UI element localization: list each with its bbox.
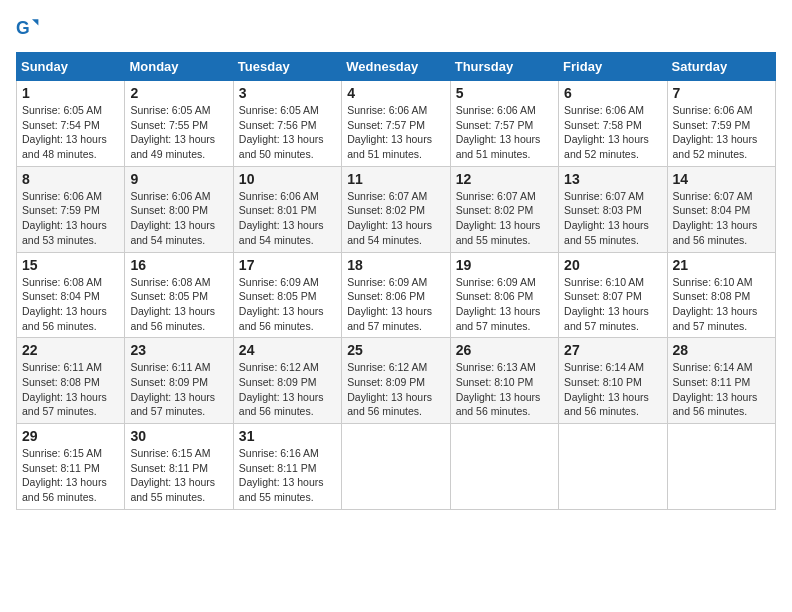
calendar-day-cell: 16Sunrise: 6:08 AM Sunset: 8:05 PM Dayli… [125,252,233,338]
calendar-week-row: 1Sunrise: 6:05 AM Sunset: 7:54 PM Daylig… [17,81,776,167]
calendar-day-cell: 23Sunrise: 6:11 AM Sunset: 8:09 PM Dayli… [125,338,233,424]
day-number: 9 [130,171,227,187]
day-number: 28 [673,342,770,358]
day-number: 8 [22,171,119,187]
day-info: Sunrise: 6:07 AM Sunset: 8:03 PM Dayligh… [564,189,661,248]
day-info: Sunrise: 6:09 AM Sunset: 8:06 PM Dayligh… [456,275,553,334]
day-number: 10 [239,171,336,187]
day-info: Sunrise: 6:06 AM Sunset: 7:59 PM Dayligh… [22,189,119,248]
day-number: 1 [22,85,119,101]
calendar-day-cell: 25Sunrise: 6:12 AM Sunset: 8:09 PM Dayli… [342,338,450,424]
calendar-day-cell [450,424,558,510]
day-info: Sunrise: 6:06 AM Sunset: 8:00 PM Dayligh… [130,189,227,248]
day-number: 23 [130,342,227,358]
calendar-header-cell: Tuesday [233,53,341,81]
day-info: Sunrise: 6:16 AM Sunset: 8:11 PM Dayligh… [239,446,336,505]
day-info: Sunrise: 6:06 AM Sunset: 7:58 PM Dayligh… [564,103,661,162]
day-number: 7 [673,85,770,101]
page-header: G [16,16,776,40]
calendar-day-cell: 30Sunrise: 6:15 AM Sunset: 8:11 PM Dayli… [125,424,233,510]
day-number: 12 [456,171,553,187]
day-number: 13 [564,171,661,187]
calendar-week-row: 22Sunrise: 6:11 AM Sunset: 8:08 PM Dayli… [17,338,776,424]
calendar-header-cell: Thursday [450,53,558,81]
day-number: 27 [564,342,661,358]
calendar-header-cell: Saturday [667,53,775,81]
calendar-day-cell: 17Sunrise: 6:09 AM Sunset: 8:05 PM Dayli… [233,252,341,338]
day-number: 20 [564,257,661,273]
day-info: Sunrise: 6:07 AM Sunset: 8:02 PM Dayligh… [456,189,553,248]
calendar-day-cell [342,424,450,510]
day-info: Sunrise: 6:14 AM Sunset: 8:11 PM Dayligh… [673,360,770,419]
day-info: Sunrise: 6:10 AM Sunset: 8:07 PM Dayligh… [564,275,661,334]
day-number: 24 [239,342,336,358]
day-number: 31 [239,428,336,444]
day-number: 6 [564,85,661,101]
day-number: 4 [347,85,444,101]
calendar-day-cell: 28Sunrise: 6:14 AM Sunset: 8:11 PM Dayli… [667,338,775,424]
day-info: Sunrise: 6:05 AM Sunset: 7:55 PM Dayligh… [130,103,227,162]
calendar-day-cell [559,424,667,510]
day-number: 26 [456,342,553,358]
calendar-day-cell: 20Sunrise: 6:10 AM Sunset: 8:07 PM Dayli… [559,252,667,338]
calendar-day-cell: 26Sunrise: 6:13 AM Sunset: 8:10 PM Dayli… [450,338,558,424]
day-number: 16 [130,257,227,273]
day-number: 17 [239,257,336,273]
calendar-header-cell: Monday [125,53,233,81]
day-info: Sunrise: 6:09 AM Sunset: 8:05 PM Dayligh… [239,275,336,334]
day-number: 18 [347,257,444,273]
day-number: 11 [347,171,444,187]
day-info: Sunrise: 6:12 AM Sunset: 8:09 PM Dayligh… [347,360,444,419]
calendar-day-cell: 9Sunrise: 6:06 AM Sunset: 8:00 PM Daylig… [125,166,233,252]
calendar-week-row: 8Sunrise: 6:06 AM Sunset: 7:59 PM Daylig… [17,166,776,252]
calendar-day-cell: 14Sunrise: 6:07 AM Sunset: 8:04 PM Dayli… [667,166,775,252]
day-info: Sunrise: 6:11 AM Sunset: 8:08 PM Dayligh… [22,360,119,419]
logo-icon: G [16,16,40,40]
day-info: Sunrise: 6:15 AM Sunset: 8:11 PM Dayligh… [130,446,227,505]
day-info: Sunrise: 6:13 AM Sunset: 8:10 PM Dayligh… [456,360,553,419]
day-number: 21 [673,257,770,273]
svg-marker-1 [32,19,38,25]
day-number: 3 [239,85,336,101]
day-number: 30 [130,428,227,444]
day-info: Sunrise: 6:08 AM Sunset: 8:04 PM Dayligh… [22,275,119,334]
calendar-day-cell: 19Sunrise: 6:09 AM Sunset: 8:06 PM Dayli… [450,252,558,338]
day-info: Sunrise: 6:07 AM Sunset: 8:04 PM Dayligh… [673,189,770,248]
day-number: 19 [456,257,553,273]
day-info: Sunrise: 6:05 AM Sunset: 7:54 PM Dayligh… [22,103,119,162]
day-info: Sunrise: 6:08 AM Sunset: 8:05 PM Dayligh… [130,275,227,334]
day-number: 25 [347,342,444,358]
calendar-week-row: 15Sunrise: 6:08 AM Sunset: 8:04 PM Dayli… [17,252,776,338]
calendar-day-cell: 21Sunrise: 6:10 AM Sunset: 8:08 PM Dayli… [667,252,775,338]
day-number: 22 [22,342,119,358]
calendar-day-cell: 13Sunrise: 6:07 AM Sunset: 8:03 PM Dayli… [559,166,667,252]
day-info: Sunrise: 6:05 AM Sunset: 7:56 PM Dayligh… [239,103,336,162]
day-info: Sunrise: 6:10 AM Sunset: 8:08 PM Dayligh… [673,275,770,334]
calendar-day-cell: 31Sunrise: 6:16 AM Sunset: 8:11 PM Dayli… [233,424,341,510]
svg-text:G: G [16,18,30,38]
calendar-table: SundayMondayTuesdayWednesdayThursdayFrid… [16,52,776,510]
calendar-day-cell: 1Sunrise: 6:05 AM Sunset: 7:54 PM Daylig… [17,81,125,167]
calendar-day-cell: 4Sunrise: 6:06 AM Sunset: 7:57 PM Daylig… [342,81,450,167]
day-number: 29 [22,428,119,444]
day-number: 2 [130,85,227,101]
calendar-header-cell: Sunday [17,53,125,81]
calendar-day-cell: 24Sunrise: 6:12 AM Sunset: 8:09 PM Dayli… [233,338,341,424]
day-info: Sunrise: 6:06 AM Sunset: 7:59 PM Dayligh… [673,103,770,162]
day-info: Sunrise: 6:06 AM Sunset: 8:01 PM Dayligh… [239,189,336,248]
calendar-day-cell: 22Sunrise: 6:11 AM Sunset: 8:08 PM Dayli… [17,338,125,424]
calendar-day-cell: 10Sunrise: 6:06 AM Sunset: 8:01 PM Dayli… [233,166,341,252]
calendar-day-cell: 2Sunrise: 6:05 AM Sunset: 7:55 PM Daylig… [125,81,233,167]
logo: G [16,16,44,40]
calendar-day-cell: 12Sunrise: 6:07 AM Sunset: 8:02 PM Dayli… [450,166,558,252]
calendar-day-cell: 3Sunrise: 6:05 AM Sunset: 7:56 PM Daylig… [233,81,341,167]
calendar-body: 1Sunrise: 6:05 AM Sunset: 7:54 PM Daylig… [17,81,776,510]
day-info: Sunrise: 6:11 AM Sunset: 8:09 PM Dayligh… [130,360,227,419]
calendar-day-cell: 29Sunrise: 6:15 AM Sunset: 8:11 PM Dayli… [17,424,125,510]
calendar-header-cell: Wednesday [342,53,450,81]
day-info: Sunrise: 6:06 AM Sunset: 7:57 PM Dayligh… [347,103,444,162]
day-info: Sunrise: 6:09 AM Sunset: 8:06 PM Dayligh… [347,275,444,334]
day-number: 15 [22,257,119,273]
calendar-day-cell: 6Sunrise: 6:06 AM Sunset: 7:58 PM Daylig… [559,81,667,167]
calendar-day-cell: 5Sunrise: 6:06 AM Sunset: 7:57 PM Daylig… [450,81,558,167]
